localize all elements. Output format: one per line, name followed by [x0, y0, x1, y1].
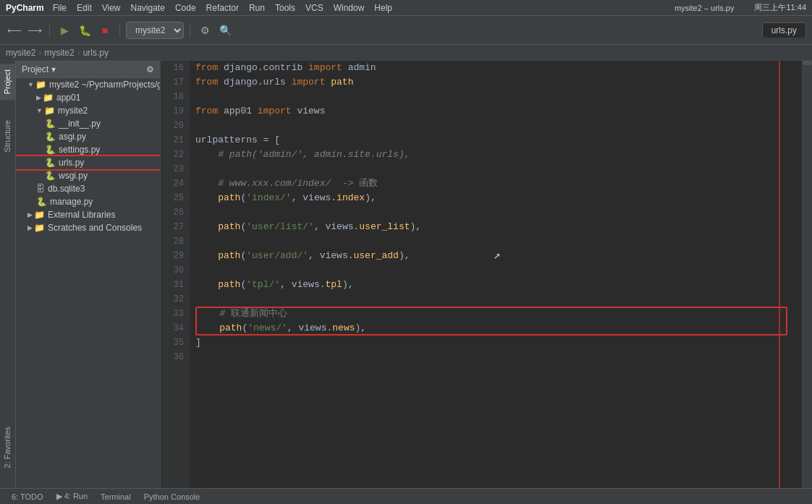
- arrow-icon-ext: ▶: [28, 211, 33, 218]
- fn-path-31: path: [218, 278, 240, 292]
- menu-bar: PyCharm File Edit View Navigate Code Ref…: [0, 0, 812, 16]
- tab-terminal[interactable]: Terminal: [95, 491, 137, 503]
- breadcrumb-part-1[interactable]: mysite2: [6, 48, 35, 58]
- str-userlist: 'user/list/': [246, 220, 314, 234]
- toolbar-run-btn[interactable]: ▶: [56, 22, 73, 39]
- kw-import-19: import: [258, 104, 297, 119]
- punc-31b: ,: [280, 278, 292, 292]
- code-line-20: [195, 119, 802, 133]
- ln-31: 31: [166, 278, 184, 292]
- fn-path-25: path: [218, 191, 240, 205]
- menu-navigate[interactable]: Navigate: [131, 3, 165, 13]
- project-panel-title: Project ▾: [22, 64, 56, 74]
- toolbar-stop-btn[interactable]: ■: [96, 22, 114, 39]
- toolbar-back-btn[interactable]: ⟵: [6, 22, 23, 39]
- branch-selector[interactable]: mysite2: [126, 22, 184, 39]
- punc-29d: ),: [399, 249, 410, 263]
- code-line-35: ]: [195, 336, 802, 350]
- code-line-33: # 联通新闻中心: [195, 307, 802, 321]
- punc-25a: (: [240, 191, 246, 205]
- toolbar-search-btn[interactable]: 🔍: [216, 22, 234, 39]
- punc-35: ]: [195, 336, 201, 350]
- project-header-icons: ⚙: [146, 64, 154, 74]
- menu-run[interactable]: Run: [249, 3, 265, 13]
- file-tab[interactable]: urls.py: [762, 22, 806, 38]
- tree-item-db[interactable]: 🗄 db.sqlite3: [16, 182, 160, 195]
- menu-edit[interactable]: Edit: [77, 3, 92, 13]
- separator-2: [119, 23, 120, 38]
- tree-item-ext-libs[interactable]: ▶ 📁 External Libraries: [16, 208, 160, 221]
- menu-vcs[interactable]: VCS: [305, 3, 323, 13]
- tab-todo[interactable]: 6: TODO: [6, 491, 49, 503]
- indent-31: [195, 278, 218, 292]
- tree-label-root: mysite2 ~/PycharmProjects/gx/my: [49, 80, 161, 90]
- ln-35: 35: [166, 336, 184, 350]
- code-content[interactable]: from django.contrib import admin from dj…: [190, 61, 802, 488]
- tree-item-asgi[interactable]: 🐍 asgi.py: [16, 130, 160, 143]
- breadcrumb-sep-2: ›: [77, 48, 80, 58]
- menu-file[interactable]: File: [53, 3, 67, 13]
- breadcrumb-sep-1: ›: [38, 48, 41, 58]
- tab-run[interactable]: ▶ 4: Run: [51, 490, 93, 503]
- comment-24b: 函数: [359, 176, 378, 191]
- side-tab-structure[interactable]: Structure: [0, 114, 15, 158]
- ln-20: 20: [166, 119, 184, 133]
- tree-item-settings[interactable]: 🐍 settings.py: [16, 143, 160, 156]
- side-tab-project[interactable]: Project: [0, 64, 15, 100]
- breadcrumb: mysite2 › mysite2 › urls.py: [0, 45, 812, 61]
- scrollbar[interactable]: [802, 61, 812, 488]
- var-views-31: views: [292, 278, 320, 292]
- toolbar-forward-btn[interactable]: ⟶: [26, 22, 43, 39]
- kw-from-16: from: [195, 61, 224, 75]
- code-line-19: from app01 import views: [195, 104, 802, 119]
- fn-path-34: path: [219, 321, 242, 336]
- menu-window[interactable]: Window: [334, 3, 365, 13]
- folder-icon-app01: 📁: [43, 93, 54, 103]
- tree-item-scratches[interactable]: ▶ 📁 Scratches and Consoles: [16, 221, 160, 234]
- ln-32: 32: [166, 292, 184, 307]
- menu-help[interactable]: Help: [374, 3, 392, 13]
- menu-tools[interactable]: Tools: [275, 3, 295, 13]
- code-editor[interactable]: 16 17 18 19 20 21 22 23 24 25 26 27 28 2…: [161, 61, 812, 488]
- kw-import-16: import: [308, 61, 348, 75]
- tree-item-urls[interactable]: 🐍 urls.py: [16, 156, 160, 169]
- side-tabs: Project Structure 2: Favorites: [0, 61, 16, 488]
- tree-item-wsgi[interactable]: 🐍 wsgi.py: [16, 169, 160, 182]
- punc-29b: ,: [308, 249, 320, 263]
- punc-25d: ),: [365, 191, 376, 205]
- comment-33-cn: 联通新闻中心: [231, 307, 287, 321]
- menu-view[interactable]: View: [102, 3, 121, 13]
- separator-1: [49, 23, 50, 38]
- scrollbar-thumb[interactable]: [803, 61, 812, 65]
- tree-item-root[interactable]: ▼ 📁 mysite2 ~/PycharmProjects/gx/my: [16, 78, 160, 91]
- var-views-34: views: [298, 321, 326, 336]
- gear-icon[interactable]: ⚙: [146, 64, 154, 74]
- toolbar-debug-btn[interactable]: 🐛: [76, 22, 93, 39]
- tree-label-ext: External Libraries: [48, 210, 115, 220]
- breadcrumb-part-2[interactable]: mysite2: [44, 48, 74, 58]
- mod-admin: admin: [348, 61, 376, 75]
- punc-27c: .: [354, 220, 360, 234]
- menu-code[interactable]: Code: [175, 3, 196, 13]
- fn-userlist: user_list: [359, 220, 410, 234]
- tree-item-app01[interactable]: ▶ 📁 app01: [16, 91, 160, 104]
- tree-item-init[interactable]: 🐍 __init__.py: [16, 117, 160, 130]
- tree-item-manage[interactable]: 🐍 manage.py: [16, 195, 160, 208]
- tab-python-console[interactable]: Python Console: [138, 491, 206, 503]
- toolbar-settings-btn[interactable]: ⚙: [196, 22, 213, 39]
- code-line-34: path('news/', views.news),: [195, 321, 802, 336]
- py-icon-wsgi: 🐍: [45, 171, 56, 181]
- menu-refactor[interactable]: Refactor: [206, 3, 239, 13]
- var-urlpatterns: urlpatterns: [195, 133, 263, 148]
- breadcrumb-part-3[interactable]: urls.py: [83, 48, 109, 58]
- fn-news: news: [332, 321, 355, 336]
- py-icon-init: 🐍: [45, 119, 56, 129]
- punc-27a: (: [240, 220, 246, 234]
- folder-icon: 📁: [35, 80, 46, 90]
- arrow-icon: ▼: [28, 81, 34, 88]
- code-line-25: path('index/', views.index),: [195, 191, 802, 205]
- editor-area[interactable]: 16 17 18 19 20 21 22 23 24 25 26 27 28 2…: [161, 61, 812, 488]
- punc-34c: .: [326, 321, 332, 336]
- tree-item-mysite2[interactable]: ▼ 📁 mysite2: [16, 104, 160, 117]
- side-tab-favorites[interactable]: 2: Favorites: [0, 421, 15, 474]
